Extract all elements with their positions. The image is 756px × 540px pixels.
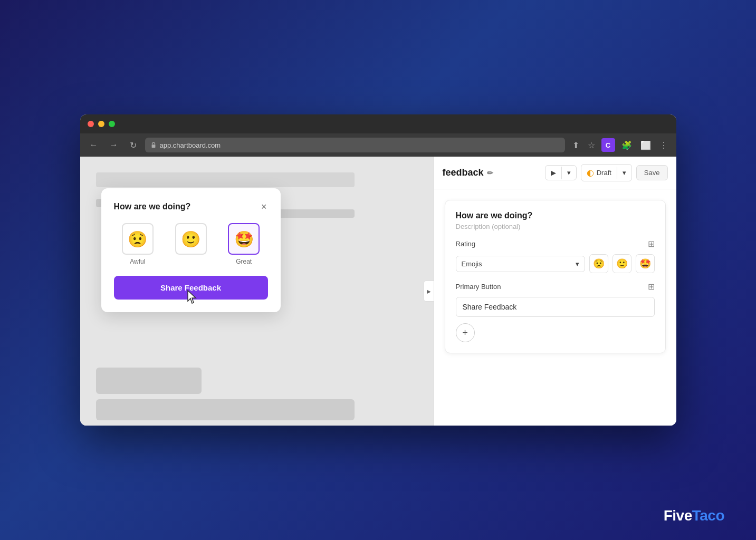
play-dropdown-button[interactable]: ▾ [562,166,576,180]
primary-btn-section: Primary Button ⊞ [456,282,655,317]
draft-icon: ◐ [587,168,594,178]
editor-title: feedback ✏ [443,167,493,178]
extension-icon: C [601,138,615,152]
primary-btn-label: Primary Button ⊞ [456,282,655,292]
emoji-row: 😟 Awful 🙂 🤩 Great [114,223,268,265]
emoji-type-select[interactable]: Emojis ▾ [456,256,585,272]
draft-label: Draft [597,169,611,177]
browser-titlebar [80,114,676,133]
rating-row: Emojis ▾ 😟 🙂 🤩 [456,254,655,273]
extensions-button[interactable]: 🧩 [619,138,634,152]
widget-preview-card: How are we doing? Description (optional)… [445,200,666,353]
edit-icon[interactable]: ✏ [487,169,493,177]
play-btn-group: ▶ ▾ [545,165,577,180]
branding-five: Five [664,507,692,524]
primary-btn-label-text: Primary Button [456,283,501,291]
share-button[interactable]: ⬆ [570,138,581,152]
forward-button[interactable]: → [107,138,121,152]
toolbar-right: ⬆ ☆ C 🧩 ⬜ ⋮ [570,138,670,152]
editor-header: feedback ✏ ▶ ▾ ◐ Draft [434,157,676,189]
draft-btn-group: ◐ Draft ▾ [581,164,632,181]
emoji-btn-awful[interactable]: 😟 [122,223,154,255]
emoji-btn-neutral[interactable]: 🙂 [175,223,207,255]
emoji-label-awful: Awful [130,258,145,265]
back-button[interactable]: ← [87,138,101,152]
emoji-preview-neutral[interactable]: 🙂 [613,254,631,273]
browser-toolbar: ← → ↻ app.chartboard.com ⬆ ☆ C 🧩 ⬜ ⋮ [80,133,676,157]
emoji-preview-awful[interactable]: 😟 [589,254,608,273]
emoji-label-great: Great [236,258,252,265]
lock-icon [150,142,157,148]
traffic-light-green[interactable] [109,121,115,127]
save-button[interactable]: Save [636,165,668,180]
emoji-btn-great[interactable]: 🤩 [228,223,260,255]
add-block-button[interactable]: + [456,323,475,342]
refresh-button[interactable]: ↻ [127,138,140,152]
widget-question: How are we doing? [456,211,655,220]
primary-btn-settings-icon[interactable]: ⊞ [648,282,655,292]
share-feedback-button[interactable]: Share Feedback [114,276,268,300]
play-icon: ▶ [551,169,556,177]
rating-settings-icon[interactable]: ⊞ [648,239,655,249]
traffic-light-yellow[interactable] [98,121,104,127]
rating-section-label: Rating ⊞ [456,239,655,249]
traffic-light-red[interactable] [88,121,94,127]
select-arrow: ▾ [576,260,579,268]
menu-button[interactable]: ⋮ [657,138,670,152]
editor-title-text: feedback [443,167,484,178]
play-button[interactable]: ▶ [546,166,561,180]
tab-view-button[interactable]: ⬜ [638,138,653,152]
emoji-type-label: Emojis [462,260,482,268]
bookmark-button[interactable]: ☆ [586,138,597,152]
header-actions: ▶ ▾ ◐ Draft ▾ Save [545,164,668,181]
url-text: app.chartboard.com [160,141,221,149]
svg-rect-0 [151,144,155,148]
preview-panel: ▶ How are we doing? × 😟 Awful 🙂 [80,157,434,426]
editor-panel: feedback ✏ ▶ ▾ ◐ Draft [434,157,676,426]
feedback-modal: How are we doing? × 😟 Awful 🙂 🤩 Great [101,188,281,312]
emoji-option-great: 🤩 Great [220,223,268,265]
primary-btn-input[interactable] [456,297,655,317]
browser-content: ▶ How are we doing? × 😟 Awful 🙂 [80,157,676,426]
emoji-option-neutral: 🙂 [167,223,215,265]
rating-label-text: Rating [456,240,476,248]
panel-toggle[interactable]: ▶ [424,281,434,302]
browser-window: ← → ↻ app.chartboard.com ⬆ ☆ C 🧩 ⬜ ⋮ [80,114,676,426]
branding: FiveTaco [664,507,724,524]
branding-taco: Taco [692,507,724,524]
modal-header: How are we doing? × [114,201,268,213]
editor-body: How are we doing? Description (optional)… [434,189,676,426]
widget-description: Description (optional) [456,223,655,230]
emoji-option-awful: 😟 Awful [114,223,162,265]
close-modal-button[interactable]: × [260,201,268,213]
draft-button[interactable]: ◐ Draft [581,165,617,181]
address-bar[interactable]: app.chartboard.com [145,138,565,152]
emoji-preview-great[interactable]: 🤩 [636,254,655,273]
modal-title: How are we doing? [114,202,191,211]
draft-dropdown-button[interactable]: ▾ [617,166,631,180]
